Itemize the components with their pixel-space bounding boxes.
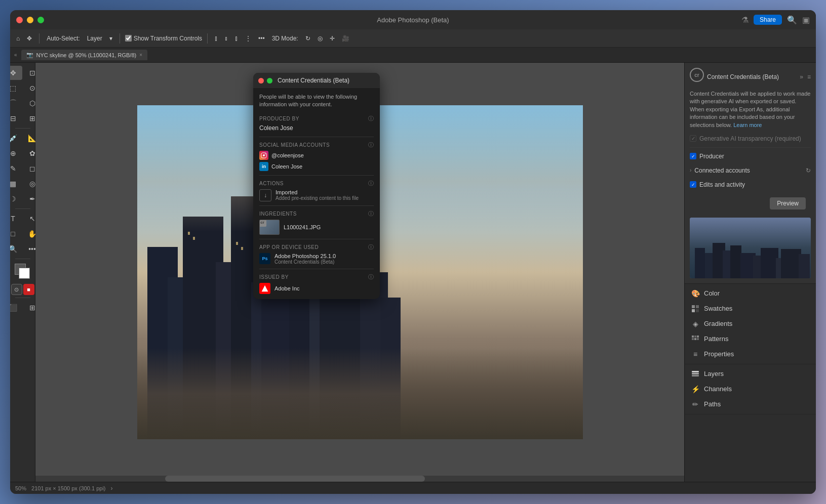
properties-panel-item[interactable]: ≡ Properties <box>685 347 816 362</box>
zoom-btn[interactable]: 🔍 <box>10 242 22 256</box>
tools-panel: ✥ ⊡ ⬚ ⊙ ⌒ ⬡ ⊟ ⊞ 💉 📐 ⊕ ✿ <box>10 63 35 482</box>
collapse-panels-button[interactable]: « <box>14 52 17 58</box>
app-name: Adobe Photoshop 25.1.0 <box>274 253 336 259</box>
canvas-size-btn[interactable]: ⬛ <box>10 301 22 315</box>
window-1 <box>188 232 190 235</box>
transform-controls-checkbox[interactable]: Show Transform Controls <box>125 35 202 42</box>
cc-expand-icon[interactable]: » <box>800 73 803 80</box>
quick-mask-btn[interactable]: ⊙ <box>11 284 22 295</box>
crop-tool-btn[interactable]: ⊟ <box>10 111 22 125</box>
patterns-panel-item[interactable]: Patterns <box>685 331 816 347</box>
home-button[interactable]: ⌂ <box>14 34 22 43</box>
brush-btn[interactable]: ✎ <box>10 161 22 176</box>
layers-panel-item[interactable]: Layers <box>685 366 816 382</box>
text-btn[interactable]: T <box>10 212 22 226</box>
channels-panel-icon: ⚡ <box>691 385 700 394</box>
healing-btn[interactable]: ⊕ <box>10 146 22 160</box>
connected-accounts-label: Connected accounts <box>694 167 803 174</box>
flask-icon[interactable]: ⚗ <box>741 15 749 25</box>
street-layer <box>137 348 583 439</box>
ingredients-info-icon[interactable]: ⓘ <box>368 210 374 218</box>
svg-rect-6 <box>692 309 695 312</box>
camera-icon[interactable]: 🎥 <box>340 34 351 43</box>
cc-intro-text: People will be able to view the followin… <box>259 93 374 109</box>
linkedin-icon: in <box>259 162 268 171</box>
color-wells[interactable] <box>14 264 32 280</box>
lasso-tool-btn[interactable]: ⌒ <box>10 96 22 110</box>
tab-close-button[interactable]: × <box>139 52 142 58</box>
app-device-label: APP OR DEVICE USED <box>259 244 319 250</box>
layer-dropdown[interactable]: Layer <box>85 34 104 43</box>
canvas-scrollbar[interactable] <box>35 476 684 482</box>
generative-ai-label: Generative AI transparency (required) <box>699 135 801 142</box>
distribute[interactable]: ⋮ <box>243 34 253 43</box>
more-options[interactable]: ••• <box>256 34 267 43</box>
3d-view-icon[interactable]: ◎ <box>316 34 325 43</box>
move-tool-btn[interactable]: ✥ <box>10 66 22 80</box>
canvas-area[interactable]: Content Credentials (Beta) People will b… <box>35 63 684 482</box>
patterns-panel-icon <box>691 334 700 344</box>
status-nav-right[interactable]: › <box>111 485 113 492</box>
dodge-btn[interactable]: ☽ <box>10 192 22 206</box>
actions-info-icon[interactable]: ⓘ <box>368 180 374 187</box>
edits-activity-row[interactable]: Edits and activity <box>690 179 811 190</box>
producer-label: Producer <box>699 153 724 160</box>
cc-close-button[interactable] <box>258 78 264 83</box>
learn-more-link[interactable]: Learn more <box>733 122 762 128</box>
toolbar-separator-2 <box>120 33 120 44</box>
app-device-info-icon[interactable]: ⓘ <box>368 243 374 251</box>
cc-minimize-button[interactable] <box>267 78 272 83</box>
cc-logo: cr <box>690 68 704 82</box>
color-panel-item[interactable]: 🎨 Color <box>685 286 816 301</box>
align-center[interactable]: ⫾ <box>223 34 230 43</box>
cc-menu-icon[interactable]: ≡ <box>807 73 811 80</box>
app-window: Adobe Photoshop (Beta) ⚗ Share 🔍 ▣ ⌂ ✥ A… <box>10 10 816 494</box>
edits-activity-checkbox[interactable] <box>690 181 696 188</box>
preview-button[interactable]: Preview <box>770 197 806 209</box>
minimize-button[interactable] <box>27 17 33 23</box>
search-icon[interactable]: 🔍 <box>787 15 797 25</box>
social-media-section: SOCIAL MEDIA ACCOUNTS ⓘ <box>259 141 374 149</box>
gradient-btn[interactable]: ▦ <box>10 177 22 191</box>
connected-accounts-row[interactable]: › Connected accounts ↻ <box>690 165 811 176</box>
produced-by-value: Coleen Jose <box>259 124 374 132</box>
sep-4 <box>259 239 374 239</box>
screen-mode-btn[interactable]: ■ <box>23 284 34 295</box>
social-media-info-icon[interactable]: ⓘ <box>368 141 374 149</box>
producer-checkbox[interactable] <box>690 153 696 159</box>
share-button[interactable]: Share <box>754 15 782 25</box>
svg-rect-12 <box>694 338 696 340</box>
rectangular-marquee-btn[interactable]: ⬚ <box>10 81 22 95</box>
rotate-icon[interactable]: ↻ <box>303 34 312 43</box>
layer-dropdown-arrow[interactable]: ▾ <box>107 34 114 43</box>
content-credentials-dialog: Content Credentials (Beta) People will b… <box>253 73 380 299</box>
cc-right-controls: » ≡ <box>800 73 811 80</box>
close-button[interactable] <box>16 17 23 23</box>
swatches-panel-label: Swatches <box>704 305 732 312</box>
eyedropper-btn[interactable]: 💉 <box>10 131 22 145</box>
action-description: Added pre-existing content to this file <box>276 195 359 201</box>
move-tool[interactable]: ✥ <box>25 34 34 43</box>
producer-row[interactable]: Producer <box>690 151 811 162</box>
issued-by-info-icon[interactable]: ⓘ <box>368 273 374 281</box>
channels-panel-item[interactable]: ⚡ Channels <box>685 382 816 397</box>
transform-icon[interactable]: ✛ <box>328 34 337 43</box>
thumb-building-10 <box>781 249 801 278</box>
document-tab[interactable]: 📷 NYC skyline @ 50% (L1000241, RGB/8) × <box>21 50 148 60</box>
connected-accounts-refresh[interactable]: ↻ <box>806 167 811 174</box>
channels-panel-label: Channels <box>704 385 732 393</box>
svg-rect-9 <box>694 335 696 338</box>
gradients-panel-item[interactable]: ◈ Gradients <box>685 316 816 331</box>
separator-line <box>690 147 811 148</box>
panels-icon[interactable]: ▣ <box>802 15 810 25</box>
produced-by-info-icon[interactable]: ⓘ <box>368 115 374 122</box>
paths-panel-item[interactable]: ✏ Paths <box>685 397 816 412</box>
align-right[interactable]: ⫿ <box>233 34 240 43</box>
scrollbar-thumb[interactable] <box>165 476 424 482</box>
align-left[interactable]: ⫿ <box>213 34 220 43</box>
maximize-button[interactable] <box>37 17 44 23</box>
toolbar-separator-3 <box>207 33 208 44</box>
swatches-panel-item[interactable]: Swatches <box>685 301 816 316</box>
background-color[interactable] <box>19 268 30 279</box>
shape-btn[interactable]: □ <box>10 227 22 241</box>
